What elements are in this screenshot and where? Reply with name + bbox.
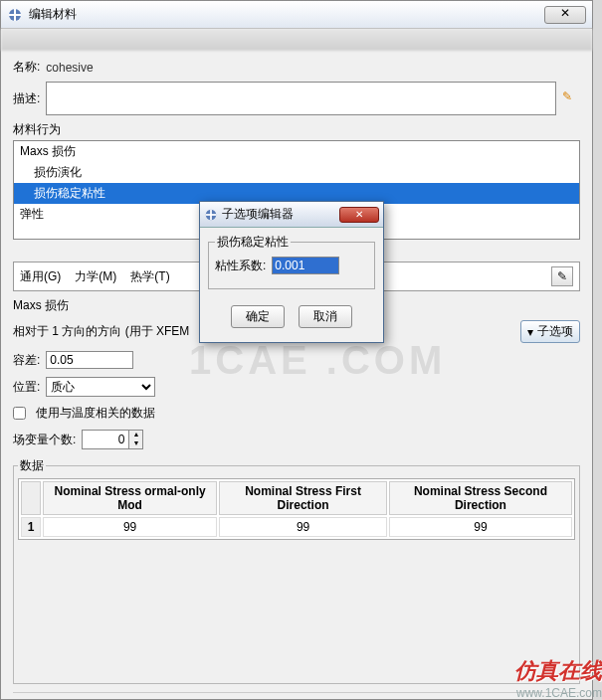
window-title: 编辑材料 bbox=[29, 6, 77, 23]
suboptions-button[interactable]: ▾ 子选项 bbox=[520, 320, 580, 343]
data-group-label: 数据 bbox=[18, 457, 46, 474]
fieldvar-spinner[interactable]: ▲▼ bbox=[82, 430, 143, 449]
menu-bar-blurred bbox=[1, 29, 592, 51]
name-value: cohesive bbox=[46, 61, 93, 75]
child-close-button[interactable]: ✕ bbox=[339, 207, 379, 223]
tab-general[interactable]: 通用(G) bbox=[20, 268, 61, 285]
titlebar[interactable]: 编辑材料 ✕ bbox=[1, 1, 592, 29]
col-normal-only: Nominal Stress ormal-only Mod bbox=[43, 481, 217, 515]
position-select[interactable]: 质心 bbox=[46, 377, 155, 397]
svg-rect-5 bbox=[206, 214, 217, 216]
edit-description-icon[interactable]: ✎ bbox=[562, 89, 580, 107]
col-second-dir: Nominal Stress Second Direction bbox=[389, 481, 572, 515]
viscosity-coef-label: 粘性系数: bbox=[215, 258, 266, 274]
dialog-footer: 确定 取消 bbox=[13, 692, 580, 700]
cell-normal[interactable]: 99 bbox=[43, 517, 217, 537]
relative-direction-label: 相对于 1 方向的方向 (用于 XFEM bbox=[13, 323, 189, 340]
col-first-dir: Nominal Stress First Direction bbox=[219, 481, 387, 515]
close-button[interactable]: ✕ bbox=[544, 6, 586, 24]
spinner-up-icon[interactable]: ▲ bbox=[128, 431, 142, 439]
data-group: 数据 Nominal Stress ormal-only Mod Nominal… bbox=[13, 457, 580, 684]
name-label: 名称: bbox=[13, 59, 40, 76]
child-group-label: 损伤稳定粘性 bbox=[215, 234, 291, 251]
tree-item-evolution[interactable]: 损伤演化 bbox=[14, 162, 579, 183]
edit-tab-button[interactable]: ✎ bbox=[551, 266, 573, 286]
brand-watermark: 仿真在线 bbox=[514, 656, 602, 686]
temp-data-checkbox[interactable] bbox=[13, 407, 26, 420]
data-table[interactable]: Nominal Stress ormal-only Mod Nominal St… bbox=[18, 478, 575, 540]
child-ok-button[interactable]: 确定 bbox=[231, 305, 285, 328]
child-group: 损伤稳定粘性 粘性系数: bbox=[208, 234, 375, 289]
fieldvar-input[interactable] bbox=[83, 431, 128, 448]
spinner-down-icon[interactable]: ▼ bbox=[128, 439, 142, 448]
edit-material-window: 编辑材料 ✕ 名称: cohesive 描述: ✎ 材料行为 Maxs 损伤 损… bbox=[0, 0, 593, 700]
chevron-down-icon: ▾ bbox=[527, 325, 533, 339]
corner-watermark: 仿真在线 www.1CAE.com bbox=[514, 656, 602, 700]
app-icon bbox=[204, 208, 218, 222]
description-label: 描述: bbox=[13, 90, 40, 107]
tolerance-label: 容差: bbox=[13, 352, 40, 369]
cell-first[interactable]: 99 bbox=[219, 517, 387, 537]
table-row[interactable]: 1 99 99 99 bbox=[21, 517, 572, 537]
tree-item-maxs[interactable]: Maxs 损伤 bbox=[14, 141, 579, 162]
row-index: 1 bbox=[21, 517, 41, 537]
dialog-body: 名称: cohesive 描述: ✎ 材料行为 Maxs 损伤 损伤演化 损伤稳… bbox=[1, 51, 592, 700]
behavior-group-label: 材料行为 bbox=[13, 121, 580, 138]
tab-thermal[interactable]: 热学(T) bbox=[130, 268, 169, 285]
url-watermark: www.1CAE.com bbox=[514, 686, 602, 700]
app-icon bbox=[7, 7, 23, 23]
tolerance-input[interactable] bbox=[46, 351, 133, 369]
child-title: 子选项编辑器 bbox=[222, 206, 294, 223]
position-label: 位置: bbox=[13, 379, 40, 396]
suboptions-label: 子选项 bbox=[537, 323, 573, 340]
child-cancel-button[interactable]: 取消 bbox=[299, 305, 352, 328]
fieldvar-label: 场变量个数: bbox=[13, 432, 76, 448]
cell-second[interactable]: 99 bbox=[389, 517, 572, 537]
viscosity-coef-input[interactable] bbox=[272, 257, 339, 274]
table-header-row: Nominal Stress ormal-only Mod Nominal St… bbox=[21, 481, 572, 515]
suboption-editor-dialog: 子选项编辑器 ✕ 损伤稳定粘性 粘性系数: 确定 取消 bbox=[199, 201, 384, 343]
temp-data-label: 使用与温度相关的数据 bbox=[36, 405, 155, 422]
tab-mechanics[interactable]: 力学(M) bbox=[75, 268, 116, 285]
svg-rect-2 bbox=[9, 14, 21, 16]
child-titlebar[interactable]: 子选项编辑器 ✕ bbox=[200, 202, 383, 228]
description-input[interactable] bbox=[46, 82, 556, 115]
